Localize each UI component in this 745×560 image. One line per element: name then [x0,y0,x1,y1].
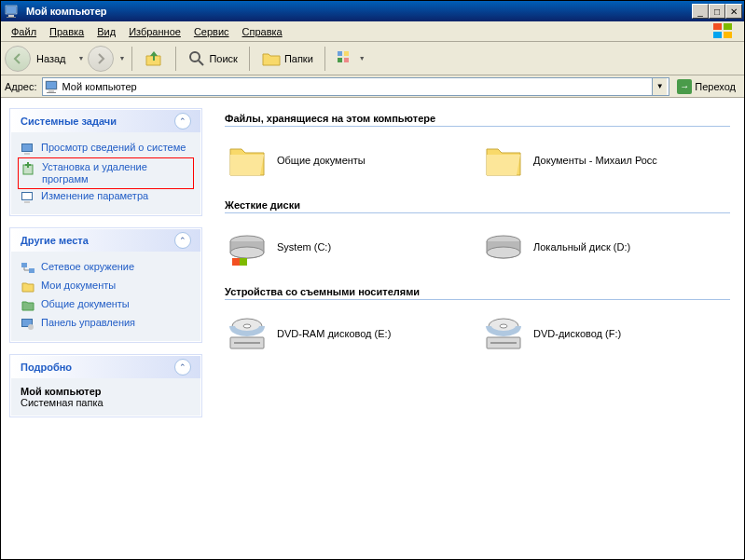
task-change-setting[interactable]: Изменение параметра [21,188,191,207]
item-user-documents[interactable]: Документы - Михаил Росс [481,138,700,183]
menu-view[interactable]: Вид [90,24,122,39]
folders-button[interactable]: Папки [256,48,318,70]
place-control-panel[interactable]: Панель управления [21,315,191,334]
task-system-info[interactable]: Просмотр сведений о системе [21,140,191,158]
svg-rect-6 [713,32,722,38]
menu-edit[interactable]: Правка [43,24,90,39]
task-add-remove-programs[interactable]: Установка и удаление программ [18,157,194,189]
back-button[interactable] [5,46,31,72]
details-panel: Подробно ⌃ Мой компьютер Системная папка [10,355,201,417]
details-name: Мой компьютер [21,386,191,397]
svg-rect-16 [48,90,54,92]
computer-icon [5,4,20,19]
folder-documents-icon [21,280,35,294]
svg-point-29 [28,324,34,330]
svg-rect-20 [24,153,30,155]
svg-rect-32 [232,258,240,266]
menu-tools[interactable]: Сервис [187,24,236,39]
content-area: Системные задачи ⌃ Просмотр сведений о с… [1,98,744,559]
address-bar: Адрес: Мой компьютер ▼ → Переход [1,75,744,98]
address-input[interactable]: Мой компьютер ▼ [42,77,670,96]
go-arrow-icon: → [677,79,692,94]
item-shared-documents[interactable]: Общие документы [225,138,444,183]
item-disk-d[interactable]: Локальный диск (D:) [481,225,700,269]
system-tasks-panel: Системные задачи ⌃ Просмотр сведений о с… [10,109,201,215]
computer-icon [45,79,60,94]
svg-rect-25 [21,263,27,267]
svg-rect-33 [240,258,247,266]
svg-rect-17 [47,92,56,93]
system-tasks-header[interactable]: Системные задачи ⌃ [11,110,200,132]
back-label: Назад [36,53,66,64]
item-dvd[interactable]: DVD-дисковод (F:) [481,311,700,356]
address-text: Мой компьютер [62,81,653,92]
menu-favorites[interactable]: Избранное [122,24,187,39]
network-icon [21,261,35,276]
other-places-panel: Другие места ⌃ Сетевое окружение Мои док… [10,228,201,342]
svg-point-37 [243,324,251,328]
hard-disk-icon [225,225,269,269]
sidebar: Системные задачи ⌃ Просмотр сведений о с… [1,98,211,559]
details-type: Системная папка [21,397,191,408]
svg-rect-1 [7,7,16,13]
window-title: Мой компьютер [26,6,107,17]
up-button[interactable] [139,47,169,71]
svg-point-41 [500,324,507,328]
svg-rect-10 [338,51,342,56]
dvd-drive-icon [481,311,526,356]
address-dropdown[interactable]: ▼ [652,78,667,95]
svg-point-8 [190,52,200,61]
svg-rect-5 [724,23,732,30]
details-header[interactable]: Подробно ⌃ [11,356,200,378]
control-panel-icon [21,317,35,332]
place-shared-documents[interactable]: Общие документы [21,296,191,315]
item-dvd-ram[interactable]: DVD-RAM дисковод (E:) [225,311,444,356]
svg-rect-15 [47,82,56,89]
monitor-settings-icon [21,190,35,205]
folder-icon [481,138,526,183]
hard-disk-icon [481,225,526,269]
svg-rect-19 [22,144,32,151]
main-view: Файлы, хранящиеся на этом компьютере Общ… [211,98,744,559]
maximize-button[interactable]: □ [709,4,725,19]
minimize-button[interactable]: _ [692,4,709,19]
folder-icon [225,138,269,183]
menu-file[interactable]: Файл [5,24,43,39]
menu-help[interactable]: Справка [236,24,289,39]
section-removable-header: Устройства со съемными носителями [225,286,730,300]
svg-rect-11 [344,51,349,56]
forward-button[interactable] [88,46,114,72]
add-remove-icon [21,161,36,176]
back-dropdown[interactable]: ▼ [78,55,85,61]
svg-rect-3 [7,17,16,18]
svg-rect-24 [24,201,30,203]
titlebar: Мой компьютер _ □ ✕ [1,1,744,21]
forward-dropdown[interactable]: ▼ [118,55,125,61]
svg-point-35 [487,247,520,258]
collapse-icon: ⌃ [174,113,191,130]
toolbar: Назад ▼ ▼ Поиск Папки ▼ [1,42,744,75]
svg-rect-12 [338,58,342,62]
menubar: Файл Правка Вид Избранное Сервис Справка [1,21,744,42]
svg-point-31 [230,247,264,258]
svg-rect-39 [234,342,260,344]
address-label: Адрес: [5,81,37,92]
views-button[interactable]: ▼ [332,48,370,69]
window-controls: _ □ ✕ [692,4,742,19]
place-my-documents[interactable]: Мои документы [21,278,191,296]
windows-logo-icon [707,23,740,40]
close-button[interactable]: ✕ [725,4,742,19]
go-button[interactable]: → Переход [672,78,740,95]
other-places-header[interactable]: Другие места ⌃ [11,229,200,252]
section-files-header: Файлы, хранящиеся на этом компьютере [225,113,730,127]
collapse-icon: ⌃ [174,232,191,249]
svg-line-9 [199,61,203,65]
folder-shared-icon [21,298,35,313]
item-disk-c[interactable]: System (C:) [225,225,444,269]
search-button[interactable]: Поиск [183,48,241,70]
collapse-icon: ⌃ [174,359,191,376]
dvd-drive-icon [225,311,269,356]
svg-rect-7 [724,32,732,38]
section-disks-header: Жесткие диски [225,199,730,213]
place-network[interactable]: Сетевое окружение [21,259,191,278]
